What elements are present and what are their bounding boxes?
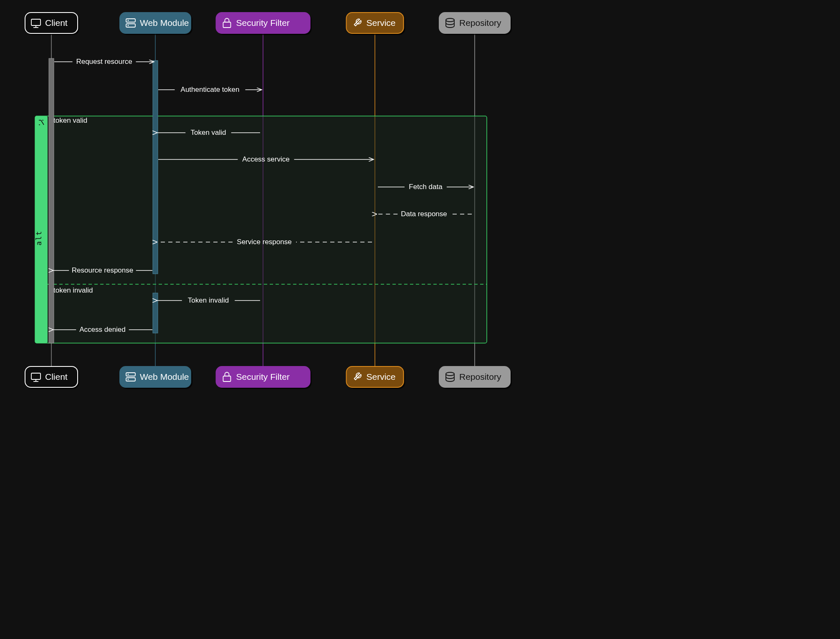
message-label: Request resource (76, 58, 132, 66)
alt-option2-label: token invalid (53, 286, 93, 294)
message-label: Resource response (72, 266, 133, 274)
participant-label: Security Filter (236, 18, 290, 28)
participant-label: Repository (459, 18, 501, 28)
message-m2: Authenticate token (158, 86, 262, 93)
participant-repository: Repository (439, 13, 510, 33)
message-m1: Request resource (54, 58, 154, 66)
message-label: Token valid (190, 129, 226, 136)
message-label: Fetch data (409, 183, 443, 191)
participant-service: Service (347, 366, 404, 387)
participant-security: Security Filter (216, 13, 310, 33)
participant-label: Repository (459, 372, 501, 381)
participant-client: Client (25, 13, 78, 33)
participant-label: Service (367, 18, 396, 28)
svg-point-42 (128, 379, 129, 380)
activation-web (153, 293, 158, 333)
participant-client: Client (25, 366, 78, 387)
activation-client (49, 58, 54, 343)
participant-label: Web Module (140, 372, 189, 381)
participant-label: Web Module (140, 18, 189, 28)
message-label: Token invalid (188, 296, 229, 304)
participant-security: Security Filter (216, 366, 310, 387)
message-label: Access service (242, 155, 289, 163)
svg-point-27 (128, 20, 129, 21)
alt-frame (35, 116, 487, 343)
alt-option1-label: token valid (53, 116, 87, 124)
message-label: Data response (401, 210, 447, 218)
alt-tab (35, 116, 48, 343)
svg-point-41 (128, 374, 129, 375)
svg-point-28 (128, 25, 129, 26)
participant-repository: Repository (439, 366, 510, 387)
sequence-diagram: alttoken validtoken invalid Request reso… (0, 0, 522, 397)
participant-label: Security Filter (236, 372, 290, 381)
participant-service: Service (347, 13, 404, 33)
message-label: Access denied (79, 326, 126, 333)
participant-label: Client (45, 18, 68, 28)
participant-web: Web Module (120, 13, 191, 33)
participant-web: Web Module (120, 366, 191, 387)
alt-label: alt (35, 230, 43, 246)
message-label: Authenticate token (181, 86, 240, 93)
participant-label: Client (45, 372, 68, 381)
participant-label: Service (367, 372, 396, 381)
message-label: Service response (237, 238, 291, 246)
